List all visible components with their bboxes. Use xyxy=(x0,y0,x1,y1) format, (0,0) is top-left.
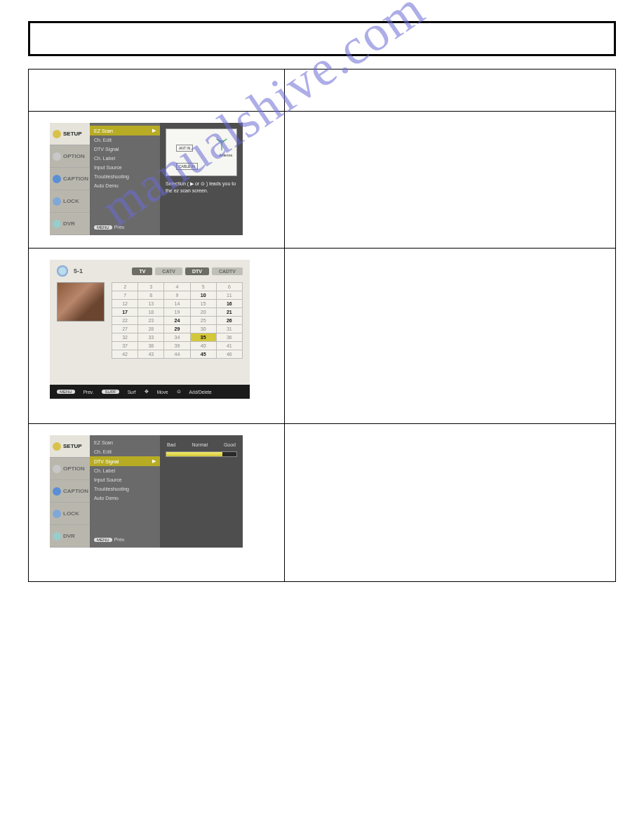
tab-caption[interactable]: CAPTION xyxy=(50,168,90,190)
video-thumbnail xyxy=(57,282,105,322)
chevron-right-icon: ▶ xyxy=(152,458,156,464)
ant-in-label: ANT IN xyxy=(176,145,193,152)
tab-caption[interactable]: CAPTION xyxy=(50,480,90,503)
channel-cell[interactable]: 2 xyxy=(112,283,138,291)
menu-autodemo[interactable]: Auto Demo xyxy=(90,494,160,503)
tab-lock[interactable]: LOCK xyxy=(50,503,90,525)
channel-cell[interactable]: 29 xyxy=(164,325,190,333)
tab-setup[interactable]: SETUP xyxy=(50,123,90,145)
menu-ezscan[interactable]: EZ Scan▶ xyxy=(90,126,160,135)
channel-cell[interactable]: 7 xyxy=(112,291,138,300)
channel-cell[interactable]: 3 xyxy=(138,283,164,291)
tab-option[interactable]: OPTION xyxy=(50,458,90,480)
osd-dtv-signal: SETUP OPTION CAPTION LOCK DVR EZ Scan Ch… xyxy=(50,435,243,548)
disc-icon xyxy=(53,220,61,228)
channel-cell[interactable]: 14 xyxy=(164,300,190,308)
channel-cell[interactable]: 16 xyxy=(216,300,242,308)
tab-setup[interactable]: SETUP xyxy=(50,435,90,458)
channel-cell[interactable]: 32 xyxy=(112,333,138,342)
lock-icon xyxy=(53,510,61,518)
channel-cell[interactable]: 36 xyxy=(216,333,242,342)
channel-cell[interactable]: 35 xyxy=(190,333,216,342)
menu-troubleshooting[interactable]: Troubleshooting xyxy=(90,172,160,181)
channel-cell[interactable]: 30 xyxy=(190,325,216,333)
tab-option[interactable]: OPTION xyxy=(50,145,90,168)
channel-cell[interactable]: 11 xyxy=(216,291,242,300)
channel-cell[interactable]: 20 xyxy=(190,308,216,317)
osd2-bottom: MENUPrev. SURFSurf ✥Move ⊙Add/Delete xyxy=(50,385,250,399)
channel-cell[interactable]: 21 xyxy=(216,308,242,317)
menu-ezscan[interactable]: EZ Scan xyxy=(90,438,160,447)
osd3-rightpane: Bad Normal Good xyxy=(160,435,243,548)
channel-cell[interactable]: 46 xyxy=(216,350,242,359)
tab-label: SETUP xyxy=(63,443,82,449)
channel-cell[interactable]: 27 xyxy=(112,325,138,333)
channel-cell[interactable]: 9 xyxy=(164,291,190,300)
row3-left: SETUP OPTION CAPTION LOCK DVR EZ Scan Ch… xyxy=(29,424,285,582)
prev-text: Prev. xyxy=(114,225,126,230)
menu-chlabel[interactable]: Ch. Label xyxy=(90,466,160,475)
channel-cell[interactable]: 23 xyxy=(138,317,164,325)
surf-pill: SURF xyxy=(102,390,119,394)
hint-text: Selection ( ▶ or ⊙ ) leads you to the ez… xyxy=(166,180,237,194)
channel-cell[interactable]: 40 xyxy=(190,342,216,350)
menu-troubleshooting[interactable]: Troubleshooting xyxy=(90,484,160,494)
sig-good: Good xyxy=(224,442,236,447)
menu-dtvsignal[interactable]: DTV Signal xyxy=(90,145,160,154)
channel-cell[interactable]: 25 xyxy=(190,317,216,325)
channel-cell[interactable]: 24 xyxy=(164,317,190,325)
menu-autodemo[interactable]: Auto Demo xyxy=(90,181,160,190)
menu-inputsource[interactable]: Input Source xyxy=(90,475,160,484)
row2-right xyxy=(285,249,616,424)
channel-cell[interactable]: 4 xyxy=(164,283,190,291)
menu-label: EZ Scan xyxy=(94,128,113,133)
channel-cell[interactable]: 6 xyxy=(216,283,242,291)
channel-cell[interactable]: 37 xyxy=(112,342,138,350)
menu-chlabel[interactable]: Ch. Label xyxy=(90,154,160,163)
channel-cell[interactable]: 28 xyxy=(138,325,164,333)
wrench-icon xyxy=(53,442,61,451)
channel-cell[interactable]: 5 xyxy=(190,283,216,291)
surf-label: Surf xyxy=(128,390,136,395)
channel-cell[interactable]: 45 xyxy=(190,350,216,359)
channel-cell[interactable]: 42 xyxy=(112,350,138,359)
tab-label: DVR xyxy=(63,533,75,539)
signal-labels: Bad Normal Good xyxy=(166,442,237,447)
cable-in-label: CABLE IN xyxy=(176,163,198,170)
channel-cell[interactable]: 12 xyxy=(112,300,138,308)
channel-cell[interactable]: 22 xyxy=(112,317,138,325)
tab-catv[interactable]: CATV xyxy=(155,267,182,275)
channel-cell[interactable]: 15 xyxy=(190,300,216,308)
tab-tv[interactable]: TV xyxy=(132,267,152,275)
tag-icon xyxy=(53,465,61,473)
channel-cell[interactable]: 13 xyxy=(138,300,164,308)
channel-cell[interactable]: 33 xyxy=(138,333,164,342)
tab-cadtv[interactable]: CADTV xyxy=(212,267,243,275)
menu-pill: MENU xyxy=(94,538,112,542)
preview-box: ANT IN CABLE IN Antenna xyxy=(166,128,237,176)
tab-dvr[interactable]: DVR xyxy=(50,525,90,548)
menu-chedit[interactable]: Ch. Edit xyxy=(90,447,160,456)
menu-inputsource[interactable]: Input Source xyxy=(90,163,160,172)
channel-cell[interactable]: 34 xyxy=(164,333,190,342)
menu-dtvsignal[interactable]: DTV Signal▶ xyxy=(90,456,160,466)
channel-cell[interactable]: 18 xyxy=(138,308,164,317)
menu-chedit[interactable]: Ch. Edit xyxy=(90,135,160,145)
tab-dtv[interactable]: DTV xyxy=(185,267,209,275)
tab-lock[interactable]: LOCK xyxy=(50,190,90,213)
channel-cell[interactable]: 44 xyxy=(164,350,190,359)
channel-cell[interactable]: 31 xyxy=(216,325,242,333)
channel-cell[interactable]: 41 xyxy=(216,342,242,350)
channel-cell[interactable]: 19 xyxy=(164,308,190,317)
tab-dvr[interactable]: DVR xyxy=(50,213,90,235)
channel-cell[interactable]: 17 xyxy=(112,308,138,317)
channel-table: 2345678910111213141516171819202122232425… xyxy=(112,282,243,359)
channel-cell[interactable]: 10 xyxy=(190,291,216,300)
channel-cell[interactable]: 38 xyxy=(138,342,164,350)
channel-cell[interactable]: 8 xyxy=(138,291,164,300)
lock-icon xyxy=(53,197,61,206)
caption-icon xyxy=(53,175,61,183)
channel-cell[interactable]: 26 xyxy=(216,317,242,325)
channel-cell[interactable]: 43 xyxy=(138,350,164,359)
channel-cell[interactable]: 39 xyxy=(164,342,190,350)
